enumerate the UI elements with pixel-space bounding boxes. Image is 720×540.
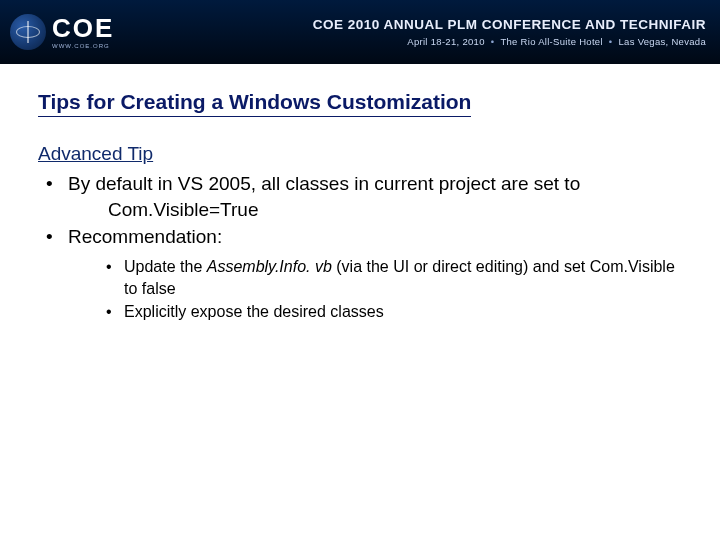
banner-city: Las Vegas, Nevada xyxy=(619,36,707,47)
globe-icon xyxy=(10,14,46,50)
bullet-item: Recommendation: Update the Assembly.Info… xyxy=(38,224,682,322)
logo-url: WWW.COE.ORG xyxy=(52,43,114,49)
sub-bullet-item: Explicitly expose the desired classes xyxy=(68,301,682,323)
logo-acronym: COE xyxy=(52,15,114,41)
banner-venue: The Rio All-Suite Hotel xyxy=(500,36,602,47)
bullet-text: By default in VS 2005, all classes in cu… xyxy=(68,173,580,194)
banner-subtitle: April 18-21, 2010•The Rio All-Suite Hote… xyxy=(313,36,706,47)
bullet-item: By default in VS 2005, all classes in cu… xyxy=(38,171,682,222)
bullet-continuation: Com.Visible=True xyxy=(68,197,682,223)
logo: COE WWW.COE.ORG xyxy=(10,14,114,50)
slide-title: Tips for Creating a Windows Customizatio… xyxy=(38,90,471,117)
sub-bullet-item: Update the Assembly.Info. vb (via the UI… xyxy=(68,256,682,299)
section-subhead: Advanced Tip xyxy=(38,143,682,165)
sub-bullet-text: Explicitly expose the desired classes xyxy=(124,303,384,320)
bullet-list: By default in VS 2005, all classes in cu… xyxy=(38,171,682,323)
slide-content: Tips for Creating a Windows Customizatio… xyxy=(0,64,720,323)
sub-bullet-text-a: Update the xyxy=(124,258,207,275)
banner-text: COE 2010 ANNUAL PLM CONFERENCE AND TECHN… xyxy=(313,17,706,47)
sub-bullet-list: Update the Assembly.Info. vb (via the UI… xyxy=(68,256,682,323)
sub-bullet-italic: Assembly.Info. vb xyxy=(207,258,337,275)
banner-title: COE 2010 ANNUAL PLM CONFERENCE AND TECHN… xyxy=(313,17,706,32)
header-banner: COE WWW.COE.ORG COE 2010 ANNUAL PLM CONF… xyxy=(0,0,720,64)
banner-date: April 18-21, 2010 xyxy=(407,36,484,47)
bullet-text: Recommendation: xyxy=(68,226,222,247)
logo-text: COE WWW.COE.ORG xyxy=(52,15,114,49)
